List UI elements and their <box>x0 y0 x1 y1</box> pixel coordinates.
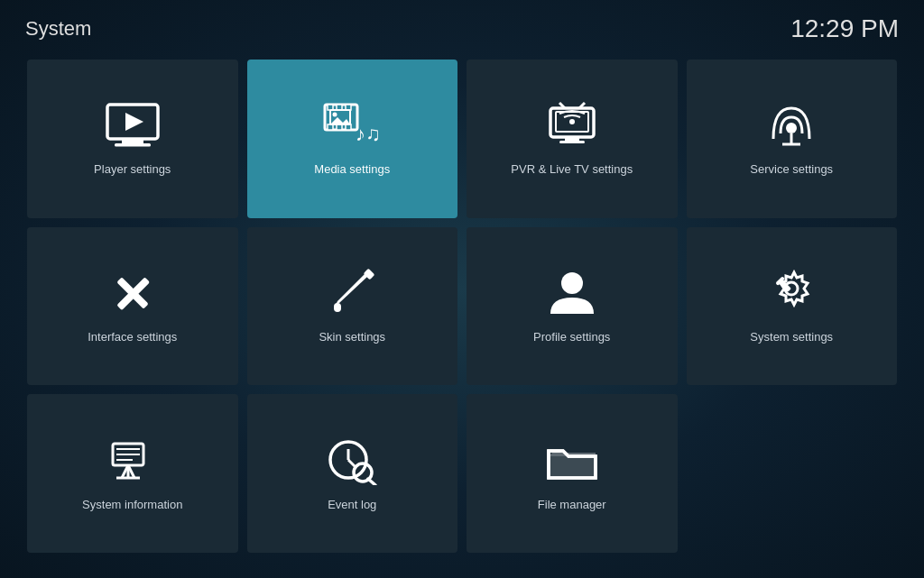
skin-icon <box>323 269 381 321</box>
svg-rect-26 <box>334 303 341 312</box>
tile-label-system-information: System information <box>82 498 182 511</box>
pvr-icon <box>543 101 601 153</box>
svg-text:♪♫: ♪♫ <box>356 123 381 145</box>
svg-line-44 <box>368 479 375 485</box>
service-icon <box>762 101 820 153</box>
svg-rect-1 <box>122 139 143 143</box>
tile-label-file-manager: File manager <box>538 498 606 511</box>
tile-file-manager[interactable]: File manager <box>467 394 678 553</box>
app-title: System <box>25 17 91 41</box>
systemsettings-icon <box>762 269 820 321</box>
tile-player-settings[interactable]: Player settings <box>27 60 238 218</box>
svg-marker-3 <box>125 113 143 131</box>
svg-point-21 <box>786 123 797 133</box>
tile-event-log[interactable]: Event log <box>247 394 458 553</box>
header: System 12:29 PM <box>0 0 924 50</box>
svg-rect-19 <box>559 141 585 143</box>
tile-service-settings[interactable]: Service settings <box>687 60 898 218</box>
tile-empty <box>687 394 898 553</box>
tile-label-system-settings: System settings <box>750 330 833 344</box>
svg-point-28 <box>561 272 583 294</box>
tile-label-interface-settings: Interface settings <box>88 330 177 344</box>
tile-label-event-log: Event log <box>328 498 376 511</box>
media-icon: ♪♫ <box>323 101 381 153</box>
tiles-grid: Player settings ♪♫ Media settings <box>0 50 924 571</box>
tile-interface-settings[interactable]: Interface settings <box>27 227 238 386</box>
profile-icon <box>543 269 601 321</box>
eventlog-icon <box>323 436 381 489</box>
interface-icon <box>104 269 162 321</box>
svg-point-12 <box>333 113 337 117</box>
tile-label-media-settings: Media settings <box>314 162 390 176</box>
filemanager-icon <box>543 436 601 489</box>
tile-system-settings[interactable]: System settings <box>687 227 898 386</box>
tile-label-skin-settings: Skin settings <box>319 330 385 344</box>
clock: 12:29 PM <box>790 14 899 43</box>
tile-profile-settings[interactable]: Profile settings <box>467 227 678 386</box>
tile-pvr-settings[interactable]: PVR & Live TV settings <box>467 60 678 218</box>
sysinfo-icon <box>104 436 162 489</box>
tile-label-service-settings: Service settings <box>750 162 833 176</box>
svg-rect-18 <box>565 137 579 141</box>
svg-rect-2 <box>115 143 151 147</box>
tile-media-settings[interactable]: ♪♫ Media settings <box>247 60 458 218</box>
svg-point-20 <box>569 119 575 124</box>
player-icon <box>104 101 162 153</box>
tile-label-pvr-settings: PVR & Live TV settings <box>511 162 633 176</box>
tile-label-player-settings: Player settings <box>94 162 171 176</box>
tile-skin-settings[interactable]: Skin settings <box>247 227 458 386</box>
tile-system-information[interactable]: System information <box>27 394 238 553</box>
tile-label-profile-settings: Profile settings <box>533 330 610 344</box>
